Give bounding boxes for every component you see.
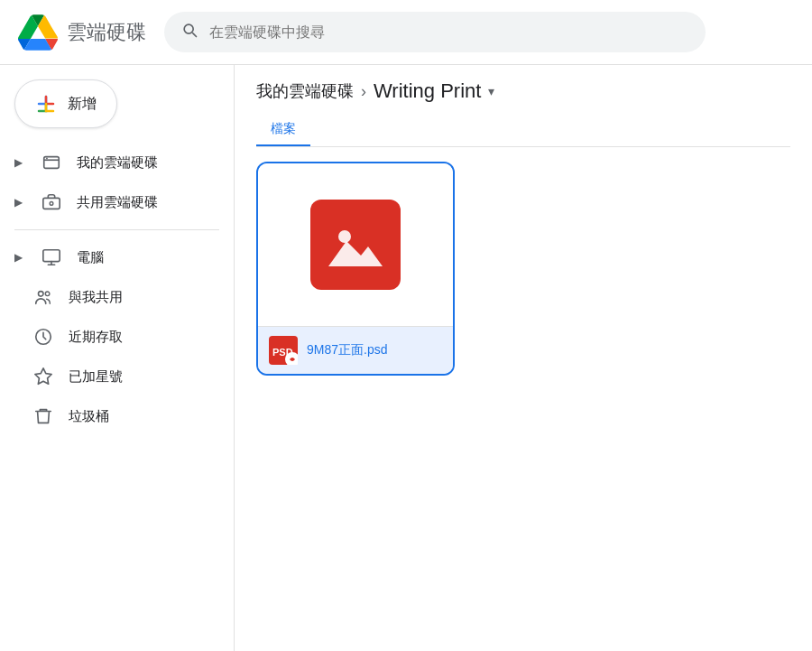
psd-file-icon: PSD [269,336,298,365]
breadcrumb-dropdown-icon[interactable]: ▾ [488,84,494,98]
sidebar-item-recent[interactable]: 近期存取 [0,317,219,357]
nav-divider-1 [14,229,219,230]
arrow-icon-3: ▶ [14,251,23,264]
new-button-label: 新增 [68,95,97,114]
arrow-icon-2: ▶ [14,196,23,209]
file-preview [258,163,453,326]
sidebar-item-my-drive-label: 我的雲端硬碟 [77,154,158,172]
sidebar-item-shared-with-me[interactable]: 與我共用 [0,277,219,317]
svg-point-6 [45,292,50,296]
sidebar-item-recent-label: 近期存取 [69,329,123,346]
my-drive-icon [41,152,62,173]
svg-rect-2 [43,198,60,209]
file-thumbnail [310,200,401,290]
header: 雲端硬碟 [0,0,812,65]
plus-icon [35,93,57,115]
breadcrumb-separator: › [361,82,366,101]
sidebar-item-shared-drive[interactable]: ▶ 共用雲端硬碟 [0,182,219,222]
shared-with-me-icon [32,286,54,308]
sidebar-item-starred-label: 已加星號 [69,368,123,386]
files-grid: PSD 9M87正面.psd [256,162,790,376]
sidebar-item-computers-label: 電腦 [77,249,104,266]
sidebar-item-trash-label: 垃圾桶 [69,408,109,425]
breadcrumb-current: Writing Print [374,79,481,103]
body: 新增 ▶ 我的雲端硬碟 ▶ [0,65,812,651]
sidebar-item-shared-drive-label: 共用雲端硬碟 [77,194,158,211]
image-placeholder-icon [328,223,383,266]
star-icon [32,366,54,387]
computer-icon [41,246,62,268]
breadcrumb: 我的雲端硬碟 › Writing Print ▾ [256,79,790,103]
recent-icon [32,326,54,348]
sidebar-item-my-drive[interactable]: ▶ 我的雲端硬碟 [0,143,219,182]
sidebar: 新增 ▶ 我的雲端硬碟 ▶ [0,65,235,651]
svg-point-1 [46,158,48,160]
tab-files[interactable]: 檔案 [256,114,310,146]
search-bar[interactable] [164,12,706,52]
arrow-icon: ▶ [14,156,23,169]
search-icon [180,21,198,43]
google-drive-logo [18,13,58,52]
trash-icon [32,405,54,427]
file-card[interactable]: PSD 9M87正面.psd [256,162,455,376]
svg-point-8 [338,230,351,243]
logo-text: 雲端硬碟 [67,19,146,46]
sidebar-item-trash[interactable]: 垃圾桶 [0,396,219,436]
shared-drive-icon [41,191,62,213]
file-name: 9M87正面.psd [307,342,387,358]
logo-area: 雲端硬碟 [18,13,146,52]
new-button[interactable]: 新增 [14,79,117,128]
sidebar-item-starred[interactable]: 已加星號 [0,357,219,396]
tab-bar: 檔案 [256,114,790,147]
search-input[interactable] [209,24,689,41]
svg-rect-4 [43,250,60,262]
file-info: PSD 9M87正面.psd [258,326,453,374]
breadcrumb-root[interactable]: 我的雲端硬碟 [256,80,354,102]
sidebar-item-shared-with-me-label: 與我共用 [69,289,123,306]
main-content: 我的雲端硬碟 › Writing Print ▾ 檔案 [235,65,812,651]
svg-point-3 [50,202,53,206]
sidebar-item-computers[interactable]: ▶ 電腦 [0,237,219,277]
svg-point-5 [39,292,44,297]
